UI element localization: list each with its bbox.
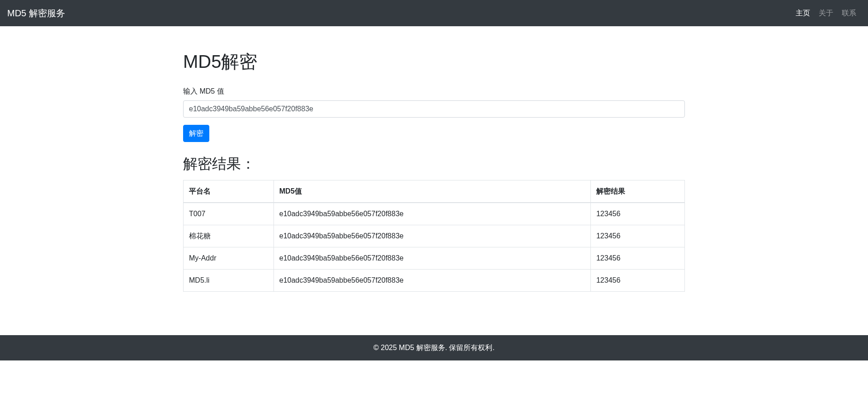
cell-md5: e10adc3949ba59abbe56e057f20f883e: [274, 203, 590, 225]
main-content: MD5解密 输入 MD5 值 解密 解密结果： 平台名 MD5值 解密结果 T0…: [176, 26, 692, 321]
table-row: MD5.li e10adc3949ba59abbe56e057f20f883e …: [184, 270, 685, 292]
table-row: My-Addr e10adc3949ba59abbe56e057f20f883e…: [184, 247, 685, 270]
nav-link-home[interactable]: 主页: [791, 5, 814, 20]
footer: © 2025 MD5 解密服务. 保留所有权利.: [0, 335, 868, 360]
results-title: 解密结果：: [183, 153, 685, 175]
cell-platform: MD5.li: [184, 270, 274, 292]
input-label: 输入 MD5 值: [183, 86, 685, 97]
results-table: 平台名 MD5值 解密结果 T007 e10adc3949ba59abbe56e…: [183, 180, 685, 292]
cell-result: 123456: [590, 270, 684, 292]
cell-md5: e10adc3949ba59abbe56e057f20f883e: [274, 270, 590, 292]
cell-result: 123456: [590, 247, 684, 270]
cell-result: 123456: [590, 203, 684, 225]
cell-platform: T007: [184, 203, 274, 225]
navbar-brand[interactable]: MD5 解密服务: [7, 4, 65, 22]
table-header-md5: MD5值: [274, 180, 590, 203]
md5-input[interactable]: [183, 100, 685, 118]
navbar-nav: 主页 关于 联系: [791, 8, 861, 19]
cell-platform: 棉花糖: [184, 225, 274, 247]
cell-platform: My-Addr: [184, 247, 274, 270]
cell-md5: e10adc3949ba59abbe56e057f20f883e: [274, 247, 590, 270]
cell-md5: e10adc3949ba59abbe56e057f20f883e: [274, 225, 590, 247]
page-title: MD5解密: [183, 48, 685, 75]
table-header-row: 平台名 MD5值 解密结果: [184, 180, 685, 203]
decrypt-button[interactable]: 解密: [183, 125, 209, 142]
table-header-result: 解密结果: [590, 180, 684, 203]
nav-link-contact[interactable]: 联系: [838, 5, 861, 20]
table-header-platform: 平台名: [184, 180, 274, 203]
table-row: 棉花糖 e10adc3949ba59abbe56e057f20f883e 123…: [184, 225, 685, 247]
table-row: T007 e10adc3949ba59abbe56e057f20f883e 12…: [184, 203, 685, 225]
decrypt-form: 输入 MD5 值 解密: [183, 86, 685, 142]
cell-result: 123456: [590, 225, 684, 247]
navbar: MD5 解密服务 主页 关于 联系: [0, 0, 868, 26]
nav-link-about[interactable]: 关于: [815, 5, 838, 20]
footer-text: © 2025 MD5 解密服务. 保留所有权利.: [0, 342, 868, 353]
